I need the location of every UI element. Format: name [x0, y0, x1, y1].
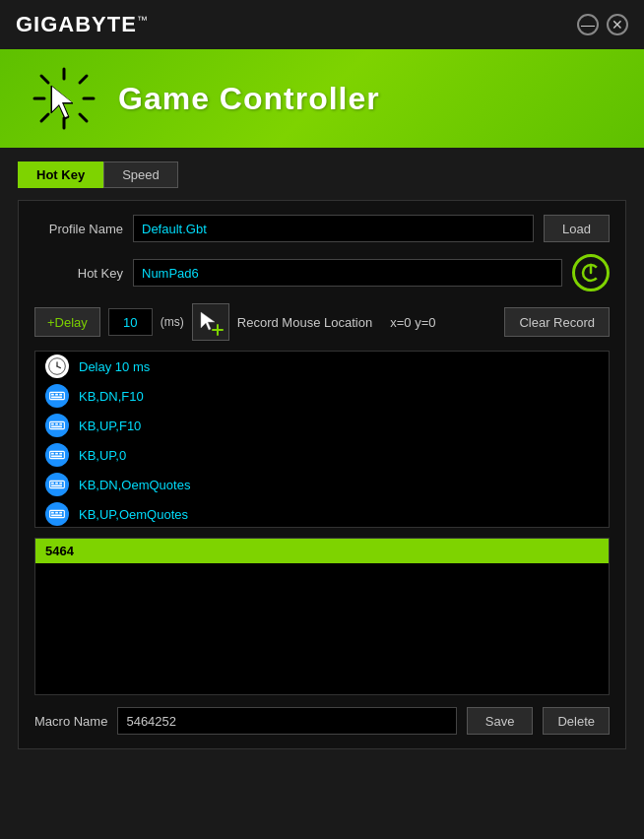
- svg-rect-29: [51, 425, 62, 427]
- svg-rect-34: [59, 453, 62, 455]
- record-item-text: KB,UP,F10: [79, 419, 141, 433]
- record-item[interactable]: KB,DN,OemQuotes: [35, 470, 609, 499]
- svg-line-6: [80, 76, 87, 83]
- svg-rect-38: [51, 483, 54, 484]
- close-button[interactable]: ✕: [607, 14, 628, 35]
- record-item[interactable]: KB,UP,OemQuotes: [35, 499, 609, 528]
- ms-label: (ms): [161, 315, 184, 329]
- record-items-container: Delay 10 ms KB,DN,F10 KB,UP,F10: [35, 352, 609, 528]
- main-panel: Profile Name Load Hot Key +Delay (ms): [18, 200, 626, 749]
- power-button[interactable]: [572, 254, 610, 291]
- profile-name-row: Profile Name Load: [34, 215, 610, 242]
- app-brand: GIGABYTE™: [16, 12, 149, 37]
- tab-hotkey[interactable]: Hot Key: [18, 161, 103, 188]
- svg-rect-21: [55, 394, 58, 396]
- minimize-button[interactable]: —: [577, 14, 599, 35]
- svg-rect-28: [59, 423, 62, 425]
- record-item[interactable]: KB,DN,F10: [35, 381, 609, 411]
- hotkey-input[interactable]: [133, 259, 562, 287]
- delay-input[interactable]: [108, 308, 153, 336]
- record-mouse-button[interactable]: [192, 303, 229, 341]
- record-item-text: KB,UP,0: [79, 448, 126, 463]
- svg-rect-26: [51, 423, 54, 425]
- bottom-row: Macro Name Save Delete: [34, 707, 610, 735]
- main-content: Hot Key Speed Profile Name Load Hot Key …: [0, 148, 644, 763]
- record-item-text: KB,DN,F10: [79, 389, 144, 404]
- macro-name-label: Macro Name: [34, 714, 107, 729]
- record-item-text: KB,UP,OemQuotes: [79, 507, 188, 522]
- tab-bar: Hot Key Speed: [18, 161, 626, 188]
- header-title: Game Controller: [118, 81, 380, 117]
- svg-rect-20: [51, 394, 54, 396]
- save-button[interactable]: Save: [467, 707, 534, 735]
- header-banner: Game Controller: [0, 49, 644, 148]
- svg-rect-40: [59, 483, 62, 484]
- profile-name-label: Profile Name: [34, 222, 123, 236]
- macro-name-input[interactable]: [117, 707, 456, 735]
- svg-rect-35: [51, 455, 62, 457]
- record-location-text: Record Mouse Location x=0 y=0: [237, 315, 497, 330]
- svg-rect-27: [55, 423, 58, 425]
- profile-name-input[interactable]: [133, 215, 534, 242]
- action-row: +Delay (ms) Record Mouse Location x=0 y=…: [34, 303, 610, 341]
- tab-speed[interactable]: Speed: [103, 161, 178, 188]
- hotkey-row: Hot Key: [34, 254, 610, 291]
- macro-item[interactable]: 5464: [35, 539, 609, 563]
- delete-button[interactable]: Delete: [543, 707, 610, 735]
- svg-rect-44: [51, 512, 54, 514]
- record-item[interactable]: KB,UP,0: [35, 440, 609, 470]
- svg-rect-45: [55, 512, 58, 514]
- svg-line-7: [41, 114, 48, 121]
- cursor-icon: [30, 64, 98, 133]
- record-item-text: Delay 10 ms: [79, 359, 150, 374]
- macro-list[interactable]: 5464: [34, 538, 610, 695]
- svg-rect-46: [59, 512, 62, 514]
- svg-rect-23: [51, 396, 62, 398]
- svg-line-4: [41, 76, 48, 83]
- macro-items-container: 5464: [35, 539, 609, 563]
- record-item-text: KB,DN,OemQuotes: [79, 478, 190, 492]
- record-item[interactable]: KB,UP,F10: [35, 411, 609, 440]
- record-item[interactable]: Delay 10 ms: [35, 352, 609, 381]
- clear-record-button[interactable]: Clear Record: [504, 307, 610, 337]
- svg-rect-33: [55, 453, 58, 455]
- svg-line-5: [80, 114, 87, 121]
- svg-rect-32: [51, 453, 54, 455]
- svg-marker-12: [201, 312, 215, 330]
- keyboard-icon: [45, 384, 69, 408]
- keyboard-icon: [45, 414, 69, 437]
- svg-rect-39: [55, 483, 58, 484]
- hotkey-label: Hot Key: [34, 266, 123, 281]
- title-bar: GIGABYTE™ — ✕: [0, 0, 644, 49]
- svg-rect-22: [59, 394, 62, 396]
- record-list[interactable]: Delay 10 ms KB,DN,F10 KB,UP,F10: [34, 351, 610, 528]
- keyboard-icon: [45, 443, 69, 467]
- svg-rect-41: [51, 484, 62, 486]
- keyboard-icon: [45, 502, 69, 526]
- delay-button[interactable]: +Delay: [34, 307, 100, 337]
- keyboard-icon: [45, 473, 69, 496]
- svg-rect-47: [51, 514, 62, 516]
- load-button[interactable]: Load: [544, 215, 610, 242]
- clock-icon: [45, 355, 69, 378]
- window-controls: — ✕: [577, 14, 628, 35]
